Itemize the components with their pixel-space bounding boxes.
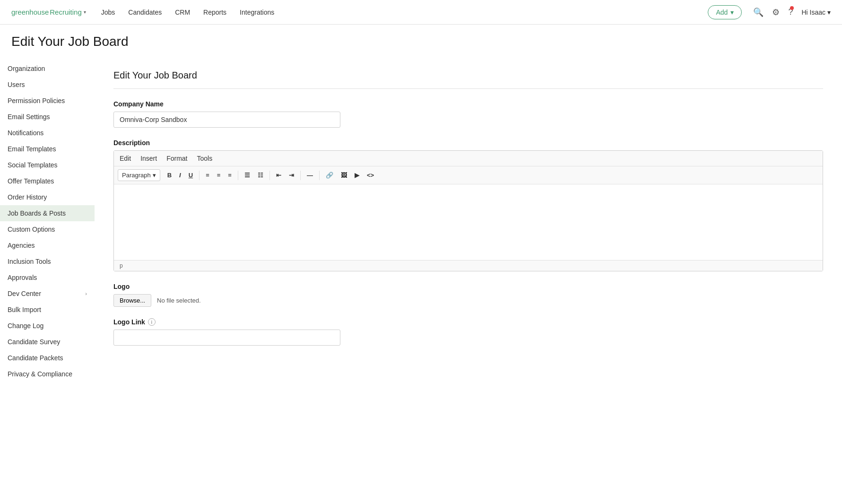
- nav-jobs[interactable]: Jobs: [101, 9, 115, 16]
- settings-icon[interactable]: ⚙: [772, 7, 780, 17]
- description-label: Description: [113, 139, 823, 147]
- rte-menu-format[interactable]: Format: [166, 155, 187, 162]
- nav-crm[interactable]: CRM: [175, 9, 190, 16]
- sidebar: Organization Users Permission Policies E…: [0, 57, 95, 386]
- sidebar-item-agencies[interactable]: Agencies: [0, 237, 95, 253]
- rte-separator-1: [199, 171, 200, 180]
- top-navigation: greenhouse Recruiting ▾ Jobs Candidates …: [0, 0, 842, 25]
- rte-body[interactable]: [114, 184, 823, 260]
- logo-link-label: Logo Link: [113, 318, 145, 326]
- logo-recruiting-text: Recruiting: [50, 8, 82, 16]
- sidebar-item-approvals[interactable]: Approvals: [0, 269, 95, 286]
- rte-align-right-button[interactable]: ≡: [225, 170, 235, 181]
- rte-menu-tools[interactable]: Tools: [197, 155, 212, 162]
- sidebar-item-bulk-import[interactable]: Bulk Import: [0, 302, 95, 318]
- sidebar-item-users[interactable]: Users: [0, 77, 95, 93]
- rte-hr-button[interactable]: —: [304, 170, 316, 181]
- help-icon[interactable]: ?: [788, 7, 793, 17]
- sidebar-item-candidate-survey[interactable]: Candidate Survey: [0, 334, 95, 350]
- rte-underline-button[interactable]: U: [185, 170, 196, 181]
- sidebar-item-permission-policies[interactable]: Permission Policies: [0, 93, 95, 109]
- rte-separator-2: [238, 171, 238, 180]
- rte-format-select[interactable]: Paragraph ▾: [118, 169, 160, 181]
- rte-format-chevron: ▾: [153, 172, 156, 179]
- company-name-label: Company Name: [113, 100, 823, 108]
- sidebar-item-email-settings[interactable]: Email Settings: [0, 109, 95, 125]
- rich-text-editor: Edit Insert Format Tools Paragraph ▾ B I…: [113, 150, 823, 271]
- nav-candidates[interactable]: Candidates: [128, 9, 162, 16]
- sidebar-item-notifications[interactable]: Notifications: [0, 125, 95, 141]
- rte-image-button[interactable]: 🖼: [338, 170, 350, 181]
- rte-code-button[interactable]: <>: [364, 170, 377, 181]
- rte-link-button[interactable]: 🔗: [322, 170, 337, 181]
- rte-align-center-button[interactable]: ≡: [214, 170, 224, 181]
- rte-menu-edit[interactable]: Edit: [120, 155, 131, 162]
- rte-separator-4: [300, 171, 301, 180]
- logo-upload-row: Browse... No file selected.: [113, 294, 823, 307]
- rte-separator-5: [319, 171, 320, 180]
- sidebar-item-social-templates[interactable]: Social Templates: [0, 157, 95, 173]
- file-status: No file selected.: [157, 297, 201, 304]
- logo-link-input[interactable]: [113, 330, 340, 346]
- sidebar-item-email-templates[interactable]: Email Templates: [0, 141, 95, 157]
- logo-link-section: Logo Link i: [113, 318, 823, 346]
- rte-ordered-list-button[interactable]: ☷: [254, 170, 267, 181]
- rte-italic-button[interactable]: I: [176, 170, 184, 181]
- title-divider: [113, 88, 823, 89]
- page-title: Edit Your Job Board: [11, 34, 831, 49]
- main-layout: Organization Users Permission Policies E…: [0, 57, 842, 386]
- logo-section: Logo Browse... No file selected.: [113, 283, 823, 307]
- sidebar-item-job-boards-posts[interactable]: Job Boards & Posts: [0, 205, 95, 221]
- rte-toolbar: Paragraph ▾ B I U ≡ ≡ ≡ ☰ ☷ ⇤ ⇥: [114, 166, 823, 184]
- description-section: Description Edit Insert Format Tools Par…: [113, 139, 823, 271]
- logo-chevron-icon: ▾: [84, 9, 86, 15]
- app-logo[interactable]: greenhouse Recruiting ▾: [11, 8, 86, 16]
- sidebar-item-order-history[interactable]: Order History: [0, 189, 95, 205]
- sidebar-item-dev-center[interactable]: Dev Center ›: [0, 286, 95, 302]
- sidebar-item-change-log[interactable]: Change Log: [0, 318, 95, 334]
- rte-format-label: Paragraph: [122, 172, 151, 179]
- main-content: Edit Your Job Board Company Name Descrip…: [95, 57, 842, 386]
- rte-align-left-button[interactable]: ≡: [202, 170, 213, 181]
- nav-links: Jobs Candidates CRM Reports Integrations: [101, 9, 708, 16]
- rte-menu-insert[interactable]: Insert: [140, 155, 157, 162]
- company-name-section: Company Name: [113, 100, 823, 128]
- search-icon[interactable]: 🔍: [753, 7, 764, 17]
- company-name-input[interactable]: [113, 112, 340, 128]
- rte-media-button[interactable]: ▶: [351, 170, 363, 181]
- sidebar-item-offer-templates[interactable]: Offer Templates: [0, 173, 95, 189]
- sidebar-item-inclusion-tools[interactable]: Inclusion Tools: [0, 253, 95, 269]
- dev-center-chevron-icon: ›: [85, 291, 87, 296]
- content-title: Edit Your Job Board: [113, 70, 823, 81]
- logo-link-label-row: Logo Link i: [113, 318, 823, 326]
- logo-greenhouse-text: greenhouse: [11, 8, 49, 16]
- logo-link-info-icon[interactable]: i: [148, 318, 156, 326]
- user-greeting[interactable]: Hi Isaac ▾: [801, 9, 831, 16]
- add-button[interactable]: Add ▾: [708, 5, 742, 19]
- nav-reports[interactable]: Reports: [203, 9, 226, 16]
- nav-integrations[interactable]: Integrations: [240, 9, 274, 16]
- rte-separator-3: [269, 171, 270, 180]
- rte-menubar: Edit Insert Format Tools: [114, 151, 823, 166]
- nav-icons: 🔍 ⚙ ? Hi Isaac ▾: [753, 7, 831, 17]
- logo-label: Logo: [113, 283, 823, 290]
- page-title-area: Edit Your Job Board: [0, 25, 842, 57]
- rte-outdent-button[interactable]: ⇤: [273, 170, 285, 181]
- rte-indent-button[interactable]: ⇥: [286, 170, 297, 181]
- sidebar-item-privacy-compliance[interactable]: Privacy & Compliance: [0, 366, 95, 382]
- browse-button[interactable]: Browse...: [113, 294, 151, 307]
- sidebar-item-candidate-packets[interactable]: Candidate Packets: [0, 350, 95, 366]
- sidebar-item-custom-options[interactable]: Custom Options: [0, 221, 95, 237]
- sidebar-item-organization[interactable]: Organization: [0, 61, 95, 77]
- rte-bold-button[interactable]: B: [164, 170, 175, 181]
- rte-bullet-list-button[interactable]: ☰: [241, 170, 253, 181]
- rte-statusbar: p: [114, 260, 823, 271]
